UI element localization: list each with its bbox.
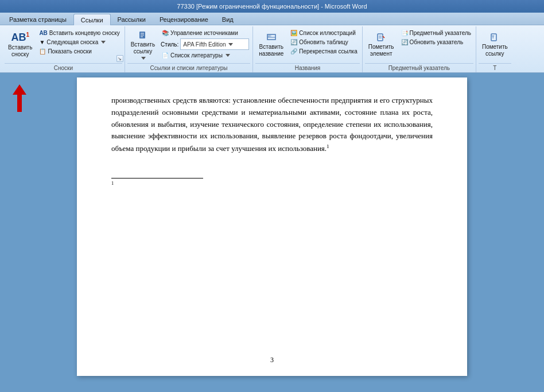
citation-icon bbox=[138, 30, 147, 40]
ribbon-group-toa: T Пометитьссылку T bbox=[476, 26, 514, 72]
cross-ref-label: Перекрестная ссылка bbox=[299, 48, 357, 55]
mark-citation-button[interactable]: T Пометитьссылку bbox=[479, 28, 511, 62]
arrow-up-shape bbox=[13, 84, 26, 95]
captions-group-content: ABC Вставитьназвание 🖼️ Список иллюстрац… bbox=[255, 28, 359, 63]
insert-caption-label: Вставитьназвание bbox=[259, 44, 283, 57]
tab-mailings[interactable]: Рассылки bbox=[111, 13, 153, 25]
svg-text:ABC: ABC bbox=[268, 35, 272, 37]
captions-group-label: Названия bbox=[255, 63, 359, 72]
index-group-content: Пометитьэлемент 📑 Предметный указатель 🔄… bbox=[365, 28, 473, 63]
paragraph-text: производственных средств являются: устан… bbox=[111, 95, 433, 155]
style-row: Стиль: APA Fifth Edition bbox=[160, 38, 250, 51]
update-icon: 🔄 bbox=[290, 39, 297, 45]
citations-group-label: Ссылки и списки литературы bbox=[127, 63, 251, 72]
ribbon-group-captions: ABC Вставитьназвание 🖼️ Список иллюстрац… bbox=[253, 26, 362, 72]
insert-footnote-button[interactable]: AB1 Вставитьсноску bbox=[5, 28, 36, 62]
update-index-label: Обновить указатель bbox=[410, 39, 464, 45]
mark-entry-icon bbox=[376, 33, 386, 42]
next-footnote-label: Следующая сноска bbox=[46, 39, 98, 45]
footnotes-expand-btn[interactable]: ↘ bbox=[116, 55, 123, 62]
style-dropdown[interactable]: APA Fifth Edition bbox=[180, 38, 249, 50]
style-label: Стиль: bbox=[161, 41, 178, 48]
page-number: 3 bbox=[77, 356, 467, 364]
tof-label: Список иллюстраций bbox=[299, 30, 355, 36]
index-group-label: Предметный указатель bbox=[365, 63, 473, 72]
tab-page-layout[interactable]: Разметка страницы bbox=[2, 13, 73, 25]
insert-endnote-icon: AB bbox=[39, 30, 47, 36]
toa-group-content: T Пометитьссылку bbox=[479, 28, 511, 63]
insert-citation-label: Вставитьссылку bbox=[131, 41, 155, 55]
title-bar: 77330 [Режим ограниченной функциональнос… bbox=[0, 0, 544, 13]
insert-caption-button[interactable]: ABC Вставитьназвание bbox=[255, 28, 287, 62]
tab-view[interactable]: Вид bbox=[215, 13, 240, 25]
title-text: 77330 [Режим ограниченной функциональнос… bbox=[177, 3, 367, 10]
index-label: Предметный указатель bbox=[410, 30, 471, 36]
insert-citation-button[interactable]: Вставитьссылку bbox=[127, 28, 158, 62]
footnote-icon: AB1 bbox=[11, 32, 29, 42]
style-caret bbox=[228, 43, 233, 46]
bibliography-label: Список литературы bbox=[170, 52, 223, 59]
mark-entry-button[interactable]: Пометитьэлемент bbox=[365, 28, 398, 62]
footnotes-group-label: Сноски ↘ bbox=[5, 63, 122, 72]
footnotes-group-content: AB1 Вставитьсноску AB Вставить концевую … bbox=[5, 28, 122, 63]
tab-review[interactable]: Рецензирование bbox=[153, 13, 215, 25]
insert-endnote-label: Вставить концевую сноску bbox=[49, 30, 120, 36]
footnotes-small-buttons: AB Вставить концевую сноску ▼ Следующая … bbox=[37, 28, 122, 57]
citations-small-buttons: 📚 Управление источниками Стиль: APA Fift… bbox=[160, 28, 250, 61]
svg-text:T: T bbox=[492, 35, 495, 39]
caption-icon: ABC bbox=[267, 33, 276, 42]
tab-bar: Разметка страницы Ссылки Рассылки Реценз… bbox=[0, 13, 544, 25]
footnote-text: 1 bbox=[111, 181, 433, 188]
ribbon-group-citations: Вставитьссылку 📚 Управление источниками … bbox=[125, 26, 254, 72]
show-footnotes-icon: 📋 bbox=[39, 48, 46, 55]
cross-reference-button[interactable]: 🔗 Перекрестная ссылка bbox=[288, 47, 359, 56]
manage-sources-icon: 📚 bbox=[162, 30, 169, 36]
tof-icon: 🖼️ bbox=[290, 30, 297, 36]
update-index-button[interactable]: 🔄 Обновить указатель bbox=[399, 38, 473, 46]
style-value: APA Fifth Edition bbox=[183, 41, 226, 48]
mark-citation-label: Пометитьссылку bbox=[482, 44, 508, 57]
citations-group-content: Вставитьссылку 📚 Управление источниками … bbox=[127, 28, 251, 63]
captions-small-buttons: 🖼️ Список иллюстраций 🔄 Обновить таблицу… bbox=[288, 28, 359, 57]
page-text-content: производственных средств являются: устан… bbox=[111, 95, 433, 155]
next-footnote-dropdown-icon bbox=[101, 41, 106, 44]
ribbon: AB1 Вставитьсноску AB Вставить концевую … bbox=[0, 25, 544, 73]
table-of-figures-button[interactable]: 🖼️ Список иллюстраций bbox=[288, 29, 359, 37]
mark-citation-icon: T bbox=[490, 33, 499, 42]
bibliography-icon: 📄 bbox=[162, 52, 169, 59]
show-footnotes-button[interactable]: 📋 Показать сноски bbox=[37, 47, 122, 56]
red-arrow-indicator bbox=[13, 84, 26, 112]
update-index-icon: 🔄 bbox=[401, 39, 408, 45]
cross-ref-icon: 🔗 bbox=[290, 48, 297, 55]
index-small-buttons: 📑 Предметный указатель 🔄 Обновить указат… bbox=[399, 28, 473, 48]
update-label: Обновить таблицу bbox=[299, 39, 348, 45]
toa-group-label: T bbox=[479, 63, 511, 72]
ribbon-group-footnotes: AB1 Вставитьсноску AB Вставить концевую … bbox=[2, 26, 125, 72]
ribbon-content: AB1 Вставитьсноску AB Вставить концевую … bbox=[0, 25, 544, 72]
manage-sources-label: Управление источниками bbox=[170, 30, 238, 36]
next-footnote-button[interactable]: ▼ Следующая сноска bbox=[37, 38, 122, 46]
document-page: производственных средств являются: устан… bbox=[77, 77, 467, 376]
index-icon: 📑 bbox=[401, 30, 408, 36]
ribbon-group-index: Пометитьэлемент 📑 Предметный указатель 🔄… bbox=[363, 26, 476, 72]
mark-entry-label: Пометитьэлемент bbox=[368, 44, 394, 57]
update-table-button[interactable]: 🔄 Обновить таблицу bbox=[288, 38, 359, 46]
arrow-stem-shape bbox=[17, 95, 22, 112]
next-footnote-icon: ▼ bbox=[39, 39, 45, 45]
footnote-separator bbox=[111, 178, 203, 178]
index-button[interactable]: 📑 Предметный указатель bbox=[399, 29, 473, 37]
bibliography-caret bbox=[226, 54, 230, 57]
citation-dropdown-caret bbox=[141, 57, 146, 60]
show-footnotes-label: Показать сноски bbox=[48, 48, 91, 55]
document-area: производственных средств являются: устан… bbox=[0, 73, 544, 391]
insert-endnote-button[interactable]: AB Вставить концевую сноску bbox=[37, 29, 122, 37]
manage-sources-button[interactable]: 📚 Управление источниками bbox=[160, 29, 250, 37]
insert-footnote-label: Вставитьсноску bbox=[8, 44, 32, 58]
footnote-ref-superscript: 1 bbox=[327, 143, 329, 149]
svg-rect-7 bbox=[378, 34, 383, 41]
bibliography-button[interactable]: 📄 Список литературы bbox=[160, 51, 250, 60]
tab-references[interactable]: Ссылки bbox=[73, 14, 111, 25]
footnote-number: 1 bbox=[111, 181, 114, 186]
